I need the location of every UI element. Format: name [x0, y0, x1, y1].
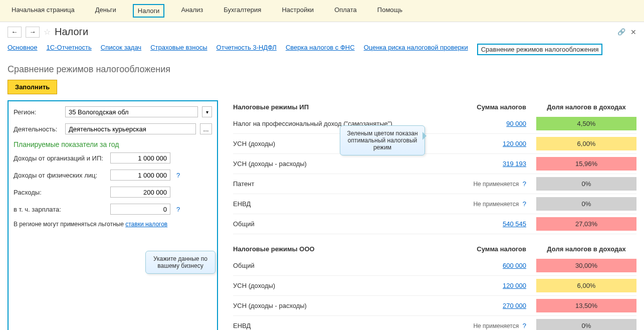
top-menu-item[interactable]: Бухгалтерия	[220, 4, 265, 18]
tax-share-cell: 0%	[536, 197, 636, 211]
tax-share-cell: 0%	[536, 177, 636, 191]
tax-na-text: Не применяется	[473, 201, 519, 208]
favorite-star-icon[interactable]: ☆	[44, 27, 51, 37]
tax-share-cell: 27,03%	[536, 217, 636, 231]
person-income-input[interactable]	[110, 170, 170, 181]
page-title: Налоги	[55, 26, 88, 38]
tax-name: УСН (доходы - расходы)	[233, 302, 461, 309]
tax-row: УСН (доходы) 120 000 6,00%	[233, 276, 636, 296]
sub-tabs: Основное1С-ОтчетностьСписок задачСтрахов…	[0, 42, 644, 59]
salary-label: в т. ч. зарплата:	[14, 206, 106, 213]
top-menu-item[interactable]: Настройки	[278, 4, 318, 18]
salary-input[interactable]	[110, 204, 170, 215]
tax-share-cell: 4,50%	[536, 117, 636, 130]
sub-tab[interactable]: Сверка налогов с ФНС	[286, 44, 355, 55]
footer-note: В регионе могут применяться льготные ста…	[14, 221, 212, 228]
planned-heading: Планируемые показатели за год	[14, 140, 212, 148]
tax-share-cell: 6,00%	[536, 279, 636, 292]
tax-share-cell: 6,00%	[536, 137, 636, 150]
tax-row: Налог на профессиональный доход ("самоза…	[233, 114, 636, 134]
top-menu-item[interactable]: Помощь	[373, 4, 406, 18]
tax-sum-link[interactable]: 90 000	[506, 120, 526, 127]
tax-na-text: Не применяется	[473, 181, 519, 188]
tax-sum-link[interactable]: 319 193	[503, 160, 526, 168]
na-help-icon[interactable]: ?	[523, 180, 526, 188]
tax-sum-link[interactable]: 600 000	[503, 262, 526, 269]
table-header-sum: Сумма налогов	[461, 245, 536, 253]
salary-help-icon[interactable]: ?	[176, 206, 180, 213]
na-help-icon[interactable]: ?	[523, 200, 526, 208]
tax-name: Общий	[233, 220, 461, 228]
sub-tab[interactable]: Список задач	[101, 44, 141, 55]
sub-tab[interactable]: Основное	[8, 44, 38, 55]
region-label: Регион:	[14, 108, 61, 116]
tax-name: Патент	[233, 180, 461, 188]
tax-name: УСН (доходы)	[233, 282, 461, 289]
activity-label: Деятельность:	[14, 125, 61, 133]
na-help-icon[interactable]: ?	[523, 322, 526, 329]
top-menu: Начальная страницаДеньгиНалогиАнализБухг…	[0, 0, 644, 22]
top-menu-item[interactable]: Начальная страница	[8, 4, 79, 18]
table-header-name: Налоговые режимы ООО	[233, 245, 461, 253]
tax-name: ЕНВД	[233, 200, 461, 208]
tax-share-cell: 30,00%	[536, 259, 636, 272]
callout-optimal-hint: Зеленым цветом показан оптимальный налог…	[340, 125, 425, 155]
callout-input-hint: Укажите данные по вашему бизнесу	[145, 251, 216, 274]
link-icon[interactable]: 🔗	[617, 28, 625, 36]
table-header-share: Доля налогов в доходах	[536, 245, 636, 253]
tax-row: Общий 600 000 30,00%	[233, 256, 636, 276]
toolbar: ← → ☆ Налоги 🔗 ✕	[0, 22, 644, 42]
top-menu-item[interactable]: Налоги	[133, 4, 165, 18]
top-menu-item[interactable]: Оплата	[330, 4, 361, 18]
tax-row: УСН (доходы) 120 000 6,00%	[233, 134, 636, 154]
tax-share-cell: 15,96%	[536, 157, 636, 171]
top-menu-item[interactable]: Деньги	[91, 4, 120, 18]
sub-tab[interactable]: Оценка риска налоговой проверки	[364, 44, 468, 55]
sub-tab[interactable]: 1С-Отчетность	[47, 44, 92, 55]
fill-button[interactable]: Заполнить	[8, 80, 57, 94]
activity-browse-button[interactable]: ...	[200, 123, 212, 134]
input-panel: Регион: ▾ Деятельность: ... Планируемые …	[8, 100, 218, 330]
expenses-label: Расходы:	[14, 189, 106, 196]
tax-row: УСН (доходы - расходы) 319 193 15,96%	[233, 154, 636, 174]
nav-forward-button[interactable]: →	[26, 27, 40, 38]
tax-name: УСН (доходы - расходы)	[233, 160, 461, 168]
nav-back-button[interactable]: ←	[8, 27, 22, 38]
sub-tab[interactable]: Страховые взносы	[150, 44, 207, 55]
region-input[interactable]	[65, 106, 198, 117]
tax-row: УСН (доходы - расходы) 270 000 13,50%	[233, 296, 636, 316]
tax-row: ЕНВД Не применяется ? 0%	[233, 316, 636, 330]
activity-input[interactable]	[65, 123, 196, 134]
person-income-label: Доходы от физических лиц:	[14, 172, 106, 179]
table-header-name: Налоговые режимы ИП	[233, 103, 461, 111]
person-income-help-icon[interactable]: ?	[176, 172, 180, 179]
section-title: Сравнение режимов налогообложения	[8, 64, 636, 75]
sub-tab[interactable]: Сравнение режимов налогообложения	[477, 44, 603, 55]
org-income-input[interactable]	[110, 152, 170, 163]
tax-row: Патент Не применяется ? 0%	[233, 174, 636, 194]
tax-na-text: Не применяется	[473, 322, 519, 329]
tax-name: Общий	[233, 262, 461, 269]
sub-tab[interactable]: Отчетность 3-НДФЛ	[217, 44, 277, 55]
expenses-input[interactable]	[110, 187, 170, 198]
tax-row: Общий 540 545 27,03%	[233, 214, 636, 234]
tax-sum-link[interactable]: 270 000	[503, 302, 526, 309]
org-income-label: Доходы от организаций и ИП:	[14, 154, 106, 162]
tax-rates-link[interactable]: ставки налогов	[125, 221, 167, 228]
tax-sum-link[interactable]: 540 545	[503, 220, 526, 228]
region-dropdown-button[interactable]: ▾	[202, 106, 212, 117]
tax-name: ЕНВД	[233, 322, 461, 329]
table-header-sum: Сумма налогов	[461, 103, 536, 111]
tax-sum-link[interactable]: 120 000	[503, 140, 526, 147]
top-menu-item[interactable]: Анализ	[177, 4, 207, 18]
tax-share-cell: 13,50%	[536, 299, 636, 312]
table-header-share: Доля налогов в доходах	[536, 103, 636, 111]
tax-share-cell: 0%	[536, 319, 636, 330]
tax-sum-link[interactable]: 120 000	[503, 282, 526, 289]
close-icon[interactable]: ✕	[630, 28, 636, 36]
results-panel: Налоговые режимы ИП Сумма налогов Доля н…	[233, 100, 636, 330]
tax-row: ЕНВД Не применяется ? 0%	[233, 194, 636, 214]
